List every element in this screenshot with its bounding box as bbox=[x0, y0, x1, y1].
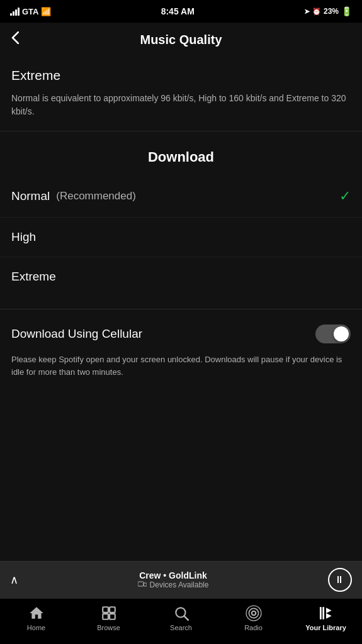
now-playing-title: Crew • GoldLink bbox=[18, 570, 328, 580]
quality-normal-check: ✓ bbox=[339, 188, 351, 204]
nav-home-label: Home bbox=[27, 624, 45, 631]
nav-browse-label: Browse bbox=[97, 624, 120, 631]
pause-button[interactable]: ⏸ bbox=[328, 568, 352, 592]
battery-icon: 🔋 bbox=[341, 6, 352, 16]
bottom-spacer bbox=[0, 393, 362, 412]
svg-point-9 bbox=[249, 608, 258, 618]
wifi-icon: 📶 bbox=[41, 7, 51, 16]
now-playing-bar[interactable]: ∧ Crew • GoldLink Devices Available ⏸ bbox=[0, 561, 362, 598]
alarm-icon: ⏰ bbox=[312, 8, 321, 16]
back-button[interactable] bbox=[11, 31, 19, 48]
status-right: ➤ ⏰ 23% 🔋 bbox=[304, 6, 352, 16]
signal-icon bbox=[10, 8, 20, 16]
nav-item-library[interactable]: Your Library bbox=[290, 605, 362, 631]
svg-rect-2 bbox=[103, 607, 108, 613]
now-playing-info: Crew • GoldLink Devices Available bbox=[18, 570, 328, 590]
streaming-extreme-label: Extreme bbox=[0, 57, 362, 89]
status-bar: GTA 📶 8:45 AM ➤ ⏰ 23% 🔋 bbox=[0, 0, 362, 23]
content-area: Extreme Normal is equivalent to approxim… bbox=[0, 57, 362, 561]
nav-item-home[interactable]: Home bbox=[0, 605, 72, 631]
quality-high-name: High bbox=[11, 230, 36, 244]
quality-normal-tag: (Recommended) bbox=[56, 190, 136, 203]
quality-normal-name: Normal bbox=[11, 189, 50, 203]
now-playing-devices: Devices Available bbox=[150, 580, 209, 589]
quality-extreme-name: Extreme bbox=[11, 270, 56, 284]
nav-item-search[interactable]: Search bbox=[145, 605, 217, 631]
now-playing-subtitle: Devices Available bbox=[18, 580, 328, 590]
cellular-toggle-label: Download Using Cellular bbox=[11, 327, 142, 341]
devices-icon bbox=[138, 580, 147, 590]
pause-icon: ⏸ bbox=[334, 574, 346, 586]
cellular-toggle[interactable] bbox=[315, 325, 351, 343]
quality-option-normal[interactable]: Normal (Recommended) ✓ bbox=[0, 175, 362, 218]
browse-icon bbox=[101, 605, 117, 621]
quality-option-normal-left: Normal (Recommended) bbox=[11, 189, 136, 203]
cellular-toggle-note: Please keep Spotify open and your screen… bbox=[11, 353, 351, 384]
svg-point-8 bbox=[251, 611, 256, 616]
nav-library-label: Your Library bbox=[305, 624, 346, 631]
home-icon bbox=[28, 605, 45, 621]
toggle-thumb bbox=[334, 326, 349, 341]
nav-item-browse[interactable]: Browse bbox=[72, 605, 145, 631]
bottom-nav: Home Browse Search Radio bbox=[0, 598, 362, 644]
status-left: GTA 📶 bbox=[10, 7, 51, 16]
quality-option-high[interactable]: High bbox=[0, 218, 362, 257]
download-section-header: Download bbox=[0, 131, 362, 175]
toggle-section: Download Using Cellular Please keep Spot… bbox=[0, 309, 362, 393]
location-icon: ➤ bbox=[304, 8, 310, 16]
streaming-description: Normal is equivalent to approximately 96… bbox=[0, 89, 362, 131]
spacer bbox=[0, 296, 362, 309]
quality-option-high-left: High bbox=[11, 230, 36, 244]
quality-option-extreme[interactable]: Extreme bbox=[0, 257, 362, 296]
svg-rect-0 bbox=[138, 582, 144, 586]
carrier-label: GTA bbox=[22, 7, 38, 16]
svg-rect-1 bbox=[144, 583, 147, 586]
battery-percent: 23% bbox=[324, 7, 339, 16]
expand-icon[interactable]: ∧ bbox=[10, 573, 18, 587]
search-icon bbox=[173, 605, 189, 621]
status-time: 8:45 AM bbox=[161, 6, 195, 16]
nav-search-label: Search bbox=[170, 624, 192, 631]
svg-rect-3 bbox=[110, 607, 115, 613]
library-icon bbox=[318, 605, 334, 621]
radio-icon bbox=[246, 605, 262, 621]
streaming-section: Extreme Normal is equivalent to approxim… bbox=[0, 57, 362, 131]
cellular-toggle-row: Download Using Cellular bbox=[11, 325, 351, 343]
svg-line-7 bbox=[184, 616, 188, 620]
header: Music Quality bbox=[0, 23, 362, 57]
quality-option-extreme-left: Extreme bbox=[11, 270, 56, 284]
nav-item-radio[interactable]: Radio bbox=[217, 605, 290, 631]
page-title: Music Quality bbox=[0, 33, 362, 47]
download-section: Download Normal (Recommended) ✓ High Ext… bbox=[0, 131, 362, 296]
svg-rect-5 bbox=[110, 614, 115, 619]
nav-radio-label: Radio bbox=[244, 624, 263, 631]
svg-rect-4 bbox=[103, 614, 108, 619]
